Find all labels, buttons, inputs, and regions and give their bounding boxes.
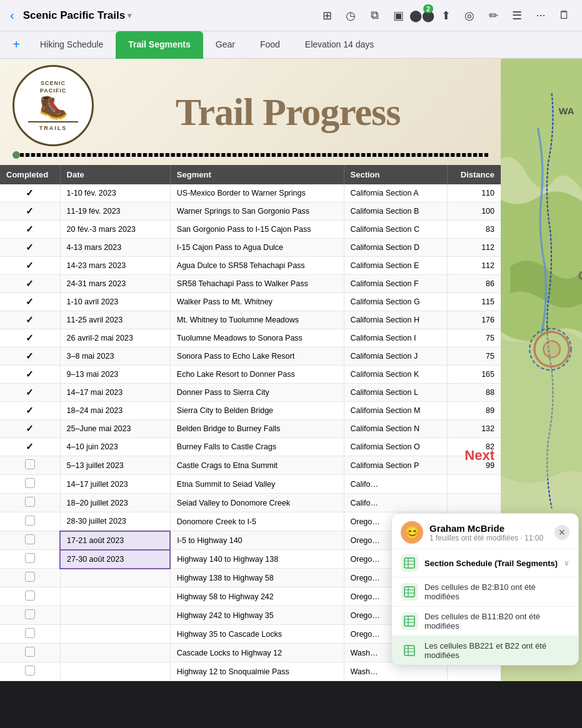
cell-section[interactable]: California Section G	[344, 293, 448, 311]
cell-section[interactable]: California Section B	[344, 202, 448, 221]
cell-section[interactable]: California Section H	[344, 311, 448, 329]
cell-completed[interactable]: ✓	[0, 366, 60, 384]
cell-date[interactable]: 11-19 fév. 2023	[60, 202, 170, 221]
table-row[interactable]: ✓20 fév.-3 mars 2023San Gorgonio Pass to…	[0, 221, 501, 239]
table-row[interactable]: ✓25–June mai 2023Belden Bridge to Burney…	[0, 420, 501, 438]
cell-segment[interactable]: Castle Crags to Etna Summit	[170, 456, 344, 475]
notif-close-button[interactable]: ✕	[554, 525, 569, 540]
add-tab-button[interactable]: +	[5, 34, 28, 56]
cell-segment[interactable]: Sonora Pass to Echo Lake Resort	[170, 347, 344, 366]
cell-date[interactable]: 4–10 juin 2023	[60, 438, 170, 456]
cell-date[interactable]: 5–13 juillet 2023	[60, 456, 170, 475]
cell-distance[interactable]: 165	[448, 366, 501, 384]
cell-date[interactable]: 1-10 avril 2023	[60, 293, 170, 311]
table-row[interactable]: ✓4–10 juin 2023Burney Falls to Castle Cr…	[0, 438, 501, 456]
cell-section[interactable]: California Section F	[344, 275, 448, 293]
cell-segment[interactable]: I-15 Cajon Pass to Agua Dulce	[170, 239, 344, 257]
cell-completed[interactable]: ✓	[0, 275, 60, 293]
cell-completed[interactable]	[0, 606, 60, 625]
tab-gear[interactable]: Gear	[203, 31, 248, 59]
cell-segment[interactable]: Highway 138 to Highway 58	[170, 569, 344, 587]
cell-segment[interactable]: Agua Dulce to SR58 Tehachapi Pass	[170, 257, 344, 275]
table-row[interactable]: 5–13 juillet 2023Castle Crags to Etna Su…	[0, 456, 501, 475]
cell-distance[interactable]: 86	[448, 275, 501, 293]
cell-distance[interactable]: 88	[448, 384, 501, 402]
cell-date[interactable]: 14–17 mai 2023	[60, 384, 170, 402]
cell-date[interactable]: 27-30 août 2023	[60, 550, 170, 569]
cell-date[interactable]: 18–24 mai 2023	[60, 402, 170, 420]
share-icon[interactable]: ⬆	[436, 6, 456, 26]
cell-completed[interactable]: ✓	[0, 184, 60, 202]
cell-completed[interactable]: ✓	[0, 221, 60, 239]
cell-date[interactable]: 9–13 mai 2023	[60, 366, 170, 384]
cell-completed[interactable]	[0, 587, 60, 606]
table-row[interactable]: ✓14–17 mai 2023Donner Pass to Sierra Cit…	[0, 384, 501, 402]
table-row[interactable]: ✓1-10 avril 2023Walker Pass to Mt. Whitn…	[0, 293, 501, 311]
back-button[interactable]: ‹	[8, 6, 17, 25]
cell-completed[interactable]	[0, 550, 60, 569]
cell-completed[interactable]: ✓	[0, 438, 60, 456]
tab-food[interactable]: Food	[248, 31, 293, 59]
cell-distance[interactable]: 75	[448, 347, 501, 366]
money-icon[interactable]: ◎	[459, 6, 479, 26]
cell-segment[interactable]: Cascade Locks to Highway 12	[170, 644, 344, 662]
copy-icon[interactable]: ⧉	[364, 6, 384, 26]
cell-completed[interactable]	[0, 512, 60, 531]
cell-date[interactable]	[60, 662, 170, 681]
table-row[interactable]: ✓4-13 mars 2023I-15 Cajon Pass to Agua D…	[0, 239, 501, 257]
cell-segment[interactable]: Seiad Valley to Donomore Creek	[170, 494, 344, 512]
cell-section[interactable]: California Section N	[344, 420, 448, 438]
cell-date[interactable]: 1-10 fév. 2023	[60, 184, 170, 202]
table-row[interactable]: ✓9–13 mai 2023Echo Lake Resort to Donner…	[0, 366, 501, 384]
table-icon[interactable]: ⊞	[317, 6, 337, 26]
cell-completed[interactable]	[0, 625, 60, 644]
cell-completed[interactable]: ✓	[0, 239, 60, 257]
cell-distance[interactable]: 83	[448, 221, 501, 239]
cell-date[interactable]	[60, 569, 170, 587]
table-row[interactable]: 18–20 juillet 2023Seiad Valley to Donomo…	[0, 494, 501, 512]
table-row[interactable]: ✓26 avril-2 mai 2023Tuolumne Meadows to …	[0, 329, 501, 347]
cell-section[interactable]: Califo…	[344, 494, 448, 512]
more-icon[interactable]: ···	[531, 6, 551, 26]
cell-date[interactable]: 11-25 avril 2023	[60, 311, 170, 329]
list-icon[interactable]: ☰	[507, 6, 527, 26]
cell-distance[interactable]: 115	[448, 293, 501, 311]
table-row[interactable]: 14–17 juillet 2023Etna Summit to Seiad V…	[0, 475, 501, 494]
cell-date[interactable]: 14–17 juillet 2023	[60, 475, 170, 494]
cell-completed[interactable]: ✓	[0, 420, 60, 438]
table-row[interactable]: ✓1-10 fév. 2023US-Mexico Border to Warne…	[0, 184, 501, 202]
cell-section[interactable]: California Section E	[344, 257, 448, 275]
cell-distance[interactable]: 110	[448, 184, 501, 202]
cell-completed[interactable]: ✓	[0, 293, 60, 311]
cell-segment[interactable]: I-5 to Highway 140	[170, 531, 344, 550]
draw-icon[interactable]: ✏	[483, 6, 503, 26]
cell-section[interactable]: California Section I	[344, 329, 448, 347]
cell-section[interactable]: California Section A	[344, 184, 448, 202]
cell-segment[interactable]: Belden Bridge to Burney Falls	[170, 420, 344, 438]
cell-completed[interactable]	[0, 662, 60, 681]
cell-date[interactable]: 3–8 mai 2023	[60, 347, 170, 366]
tab-hiking-schedule[interactable]: Hiking Schedule	[28, 31, 116, 59]
next-button[interactable]: Next	[464, 447, 494, 464]
table-row[interactable]: ✓3–8 mai 2023Sonora Pass to Echo Lake Re…	[0, 347, 501, 366]
cell-segment[interactable]: Highway 12 to Snoqualmie Pass	[170, 662, 344, 681]
cell-distance[interactable]	[448, 494, 501, 512]
cell-segment[interactable]: Highway 242 to Highway 35	[170, 606, 344, 625]
cell-section[interactable]: Califo…	[344, 475, 448, 494]
cell-date[interactable]: 24-31 mars 2023	[60, 275, 170, 293]
cell-segment[interactable]: Warner Springs to San Gorgonio Pass	[170, 202, 344, 221]
doc-icon[interactable]: 🗒	[554, 6, 574, 26]
cell-section[interactable]: California Section K	[344, 366, 448, 384]
table-row[interactable]: ✓14-23 mars 2023Agua Dulce to SR58 Tehac…	[0, 257, 501, 275]
cell-section[interactable]: California Section M	[344, 402, 448, 420]
cell-completed[interactable]	[0, 531, 60, 550]
cell-segment[interactable]: Donner Pass to Sierra City	[170, 384, 344, 402]
cell-distance[interactable]: 112	[448, 257, 501, 275]
cell-date[interactable]: 20 fév.-3 mars 2023	[60, 221, 170, 239]
cell-completed[interactable]	[0, 475, 60, 494]
cell-segment[interactable]: Burney Falls to Castle Crags	[170, 438, 344, 456]
cell-segment[interactable]: Highway 140 to Highway 138	[170, 550, 344, 569]
collab-icon[interactable]: ⬤⬤ 2	[412, 6, 432, 26]
cell-distance[interactable]: 132	[448, 420, 501, 438]
notif-item-1[interactable]: Des cellules de B2:B10 ont été modifiées	[392, 577, 578, 606]
